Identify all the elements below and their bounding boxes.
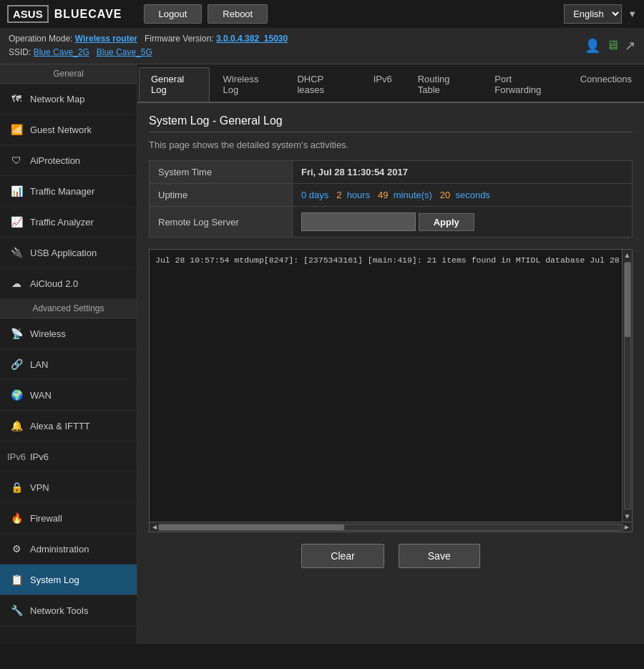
operation-mode-label: Operation Mode: [9, 34, 72, 44]
tab-general-log[interactable]: General Log [139, 67, 210, 102]
remote-log-row: Remote Log Server Apply [150, 207, 633, 238]
language-select[interactable]: English [564, 4, 622, 24]
sidebar-item-vpn[interactable]: VPN [0, 472, 137, 503]
info-bar-left: Operation Mode: Wireless router Firmware… [9, 32, 288, 59]
scroll-track-horizontal[interactable] [158, 524, 623, 531]
chevron-down-icon: ▼ [628, 9, 637, 19]
sidebar-label-lan: LAN [30, 359, 48, 370]
info-bar: Operation Mode: Wireless router Firmware… [0, 28, 644, 64]
user-icon: 👤 [585, 38, 600, 54]
sidebar-label-system-log: System Log [30, 575, 79, 585]
guest-network-icon [9, 122, 24, 137]
operation-mode-value[interactable]: Wireless router [75, 34, 137, 44]
sidebar-item-aiprotection[interactable]: AiProtection [0, 145, 137, 176]
log-vertical-scrollbar[interactable]: ▲ ▼ [622, 250, 632, 522]
ipv6-icon: IPv6 [9, 449, 24, 464]
save-button[interactable]: Save [399, 544, 480, 568]
sidebar-item-usb-application[interactable]: USB Application [0, 238, 137, 268]
scroll-track-vertical[interactable] [624, 262, 631, 509]
sidebar-label-usb-application: USB Application [30, 248, 97, 258]
top-bar: ASUS BLUECAVE Logout Reboot English ▼ [0, 0, 644, 28]
firewall-icon [9, 510, 24, 526]
bottom-buttons: Clear Save [149, 544, 633, 568]
apply-button[interactable]: Apply [419, 213, 474, 231]
sidebar-item-guest-network[interactable]: Guest Network [0, 114, 137, 145]
log-text-area[interactable]: Jul 28 10:57:54 mtdump[8247]: [237534316… [150, 250, 632, 522]
ssid-label: SSID: [9, 47, 31, 57]
content-area: General Log Wireless Log DHCP leases IPv… [137, 64, 644, 644]
logout-button[interactable]: Logout [144, 4, 203, 24]
sidebar-item-wireless[interactable]: Wireless [0, 318, 137, 349]
info-bar-right: 👤 🖥 ↗ [585, 38, 635, 54]
tab-ipv6[interactable]: IPv6 [361, 67, 404, 102]
sidebar-label-ipv6: IPv6 [30, 451, 49, 462]
sidebar-item-wan[interactable]: WAN [0, 380, 137, 411]
uptime-days-num: 0 [301, 190, 306, 200]
sidebar-advanced-title: Advanced Settings [0, 299, 137, 318]
sidebar-label-aiprotection: AiProtection [30, 155, 80, 166]
sidebar-item-system-log[interactable]: System Log [0, 565, 137, 595]
uptime-days-word: days [309, 190, 328, 200]
sidebar-label-vpn: VPN [30, 482, 49, 493]
sidebar-label-aicloud: AiCloud 2.0 [30, 278, 78, 289]
system-time-row: System Time Fri, Jul 28 11:30:54 2017 [150, 161, 633, 184]
sidebar-item-aicloud[interactable]: AiCloud 2.0 [0, 268, 137, 299]
clear-button[interactable]: Clear [301, 544, 384, 568]
sidebar-item-network-tools[interactable]: Network Tools [0, 595, 137, 626]
log-horizontal-scrollbar[interactable]: ◄ ► [150, 522, 632, 532]
scroll-thumb-vertical[interactable] [625, 263, 630, 336]
sidebar-item-firewall[interactable]: Firewall [0, 503, 137, 534]
sidebar-item-alexa[interactable]: Alexa & IFTTT [0, 411, 137, 441]
ssid-5g[interactable]: Blue Cave_5G [97, 47, 152, 57]
scroll-down-arrow[interactable]: ▼ [623, 511, 633, 522]
wireless-icon [9, 326, 24, 341]
alexa-icon [9, 418, 24, 434]
reboot-button[interactable]: Reboot [208, 4, 268, 24]
uptime-hours-word: hours [347, 190, 371, 200]
sidebar-label-firewall: Firewall [30, 513, 62, 524]
sidebar-item-ipv6[interactable]: IPv6 IPv6 [0, 441, 137, 472]
sidebar-item-traffic-analyzer[interactable]: Traffic Analyzer [0, 207, 137, 238]
sidebar-label-traffic-analyzer: Traffic Analyzer [30, 217, 94, 228]
top-right: English ▼ [564, 4, 637, 24]
system-time-value: Fri, Jul 28 11:30:54 2017 [293, 161, 633, 184]
uptime-value: 0 days 2 hours 49 minute(s) 20 seconds [293, 184, 633, 207]
uptime-row: Uptime 0 days 2 hours 49 minute(s) 20 [150, 184, 633, 207]
asus-logo: ASUS [7, 5, 49, 23]
administration-icon [9, 541, 24, 557]
sidebar-item-network-map[interactable]: Network Map [0, 84, 137, 114]
sidebar-item-traffic-manager[interactable]: Traffic Manager [0, 176, 137, 207]
tab-connections[interactable]: Connections [568, 67, 644, 102]
uptime-minutes-word: minute(s) [394, 190, 432, 200]
tab-port-forwarding[interactable]: Port Forwarding [482, 67, 566, 102]
scroll-thumb-horizontal[interactable] [159, 524, 344, 530]
firmware-value[interactable]: 3.0.0.4.382_15030 [216, 34, 288, 44]
sidebar-label-wan: WAN [30, 390, 52, 401]
share-icon: ↗ [625, 38, 635, 54]
sidebar-label-traffic-manager: Traffic Manager [30, 186, 94, 197]
scroll-left-arrow[interactable]: ◄ [151, 523, 158, 531]
uptime-hours-num: 2 [336, 190, 341, 200]
traffic-manager-icon [9, 183, 24, 199]
vpn-icon [9, 479, 24, 495]
tab-dhcp-leases[interactable]: DHCP leases [285, 67, 359, 102]
sidebar-label-alexa: Alexa & IFTTT [30, 421, 90, 431]
ssid-2g[interactable]: Blue Cave_2G [34, 47, 89, 57]
sidebar-item-administration[interactable]: Administration [0, 534, 137, 565]
firmware-label: Firmware Version: [145, 34, 214, 44]
uptime-seconds-num: 20 [440, 190, 450, 200]
remote-log-label: Remote Log Server [150, 207, 293, 238]
traffic-analyzer-icon [9, 214, 24, 230]
sidebar: General Network Map Guest Network AiProt… [0, 64, 137, 644]
sidebar-item-lan[interactable]: LAN [0, 349, 137, 380]
system-time-label: System Time [150, 161, 293, 184]
remote-log-value: Apply [293, 207, 633, 238]
wan-icon [9, 387, 24, 403]
tab-wireless-log[interactable]: Wireless Log [211, 67, 284, 102]
scroll-up-arrow[interactable]: ▲ [623, 250, 633, 260]
sidebar-label-administration: Administration [30, 544, 89, 555]
remote-server-input[interactable] [301, 213, 416, 231]
tab-routing-table[interactable]: Routing Table [406, 67, 482, 102]
scroll-right-arrow[interactable]: ► [623, 523, 630, 531]
main-layout: General Network Map Guest Network AiProt… [0, 64, 644, 644]
